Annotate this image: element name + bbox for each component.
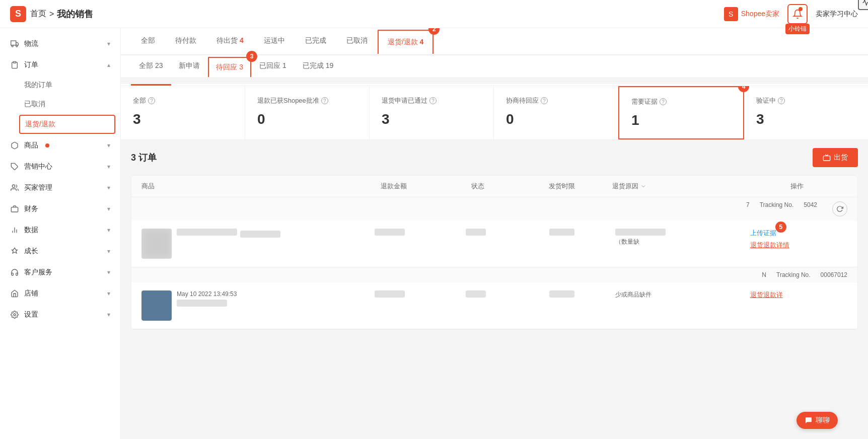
gear-icon	[10, 310, 19, 319]
refund-details-link-2[interactable]: 退货退款详	[750, 290, 783, 300]
sidebar-item-growth[interactable]: 成长 ▾	[0, 241, 120, 262]
breadcrumb: 首页 > 我的销售	[30, 8, 93, 20]
sidebar-item-data-inner: 数据	[10, 226, 38, 235]
page-title: 我的销售	[57, 8, 93, 20]
sidebar-item-orders[interactable]: 订单 ▴	[0, 54, 120, 76]
svg-rect-7	[11, 207, 18, 212]
row1-status	[443, 229, 508, 236]
table-row: N Tracking No. 00067012 May 10 2022 13:4…	[131, 267, 857, 329]
orders-table: 商品 退款金额 状态 发货时限 退货原因 操作 7 Tracking No. 5…	[131, 175, 858, 330]
sidebar-settings-label: 设置	[24, 310, 38, 319]
row1-refund-amount	[341, 229, 438, 236]
refund-details-link-1[interactable]: 退货退款详情	[750, 241, 789, 250]
header-right: S Shopee卖家 小铃锚 卖家学习中心	[724, 4, 858, 24]
status-card-return-approved: 退货申请已通过 ? 3	[370, 86, 494, 139]
sidebar-item-products[interactable]: 商品 ▾	[0, 135, 120, 156]
learning-center-link[interactable]: 卖家学习中心	[816, 10, 858, 19]
tab-all[interactable]: 全部	[131, 28, 165, 54]
subtab-all[interactable]: 全部 23	[131, 55, 171, 78]
sidebar-orders-label: 订单	[24, 60, 38, 69]
tab-refund[interactable]: 退货/退款 4 2	[378, 30, 434, 54]
sidebar-cs-label: 客户服务	[24, 268, 52, 277]
tab-pending-payment[interactable]: 待付款	[165, 28, 206, 54]
sidebar-item-data[interactable]: 数据 ▾	[0, 220, 120, 241]
chevron-down-icon: ▾	[107, 227, 110, 234]
chevron-down-icon: ▾	[107, 205, 110, 212]
sidebar-item-logistics[interactable]: 物流 ▾	[0, 33, 120, 54]
sidebar-item-marketing[interactable]: 营销中心 ▾	[0, 156, 120, 177]
header-left: S 首页 > 我的销售	[10, 6, 93, 22]
info-icon-verify[interactable]: ?	[778, 97, 785, 104]
sidebar-item-settings[interactable]: 设置 ▾	[0, 304, 120, 325]
status-card-verifying: 验证中 ? 3	[744, 86, 868, 139]
products-notification-dot	[45, 143, 49, 148]
subtab-done[interactable]: 已完成 19	[295, 55, 341, 78]
chart-icon	[10, 226, 19, 235]
row2-reason: 少或商品缺件	[615, 290, 745, 299]
status-verify-value: 3	[756, 111, 856, 127]
sidebar-item-cancelled[interactable]: 已取消	[0, 95, 120, 114]
col-header-shipping: 发货时限	[511, 182, 612, 191]
svg-point-3	[16, 45, 18, 47]
row2-product-area: May 10 2022 13:49:53	[141, 290, 336, 321]
sidebar-item-refund[interactable]: 退货/退款	[19, 115, 115, 134]
export-button[interactable]: 出货	[813, 148, 858, 167]
svg-rect-0	[11, 41, 16, 45]
sidebar-item-my-orders[interactable]: 我的订单	[0, 76, 120, 95]
export-button-label: 出货	[834, 153, 848, 162]
sidebar-growth-label: 成长	[24, 247, 38, 256]
tab-cancelled[interactable]: 已取消	[336, 28, 378, 54]
main-layout: 物流 ▾ 订单 ▴ 我的订单 已取消 退货/退款 商	[0, 28, 868, 439]
sidebar-item-growth-inner: 成长	[10, 247, 38, 256]
refresh-button[interactable]	[832, 201, 847, 216]
info-icon-return[interactable]: ?	[429, 97, 437, 104]
chat-button[interactable]: 聊聊	[797, 412, 838, 429]
content-area: 全部 待付款 待出货 4 运送中 已完成 已取消 退货/退款 4 2 全部 23…	[121, 28, 868, 439]
sidebar-item-products-inner: 商品	[10, 141, 49, 150]
subtab-replied[interactable]: 已回应 1	[251, 55, 295, 78]
chevron-down-icon: ▾	[107, 248, 110, 255]
col-header-product: 商品	[141, 182, 343, 191]
status-shopee-value: 0	[257, 111, 357, 127]
subtab-pending-reply[interactable]: 待回应 3 3	[208, 57, 251, 77]
svg-rect-4	[13, 61, 16, 63]
sidebar-item-store[interactable]: 店铺 ▾	[0, 283, 120, 304]
info-icon-negotiation[interactable]: ?	[541, 97, 548, 104]
sidebar-item-settings-inner: 设置	[10, 310, 38, 319]
row2-reason-text: 少或商品缺件	[615, 290, 652, 299]
sidebar-item-buyer-inner: 买家管理	[10, 183, 52, 192]
sidebar-data-label: 数据	[24, 226, 38, 235]
status-proof-value: 1	[631, 112, 731, 128]
sidebar-finance-label: 财务	[24, 204, 38, 213]
sidebar-item-customer-service[interactable]: 客户服务 ▾	[0, 262, 120, 283]
seller-label: Shopee卖家	[741, 10, 779, 19]
home-link[interactable]: 首页	[30, 9, 46, 19]
shopee-logo-icon: S	[10, 6, 26, 22]
info-icon-shopee[interactable]: ?	[321, 97, 328, 104]
chevron-down-icon: ▾	[107, 142, 110, 149]
upload-evidence-link[interactable]: 上传证据 5	[750, 229, 776, 238]
box-icon	[10, 141, 19, 150]
svg-point-2	[12, 45, 13, 47]
status-card-needs-proof: 需要证据 ? 1 4	[618, 86, 744, 139]
row1-tracking-prefix: 7	[746, 201, 750, 216]
tab-shipping[interactable]: 运送中	[254, 28, 295, 54]
sidebar-item-buyer-mgmt[interactable]: 买家管理 ▾	[0, 177, 120, 198]
chevron-down-icon: ▾	[107, 269, 110, 276]
subtab-new[interactable]: 新申请	[171, 55, 208, 78]
sidebar-item-finance[interactable]: 财务 ▾	[0, 198, 120, 220]
notification-dot	[799, 7, 803, 11]
sidebar-buyer-label: 买家管理	[24, 183, 52, 192]
row2-product-image	[141, 290, 172, 321]
tab-completed[interactable]: 已完成	[295, 28, 336, 54]
info-icon-all[interactable]: ?	[148, 97, 155, 104]
bell-tooltip-label: 小铃锚	[785, 24, 810, 34]
badge-5: 5	[775, 222, 786, 233]
tab-pending-shipment[interactable]: 待出货 4	[206, 28, 254, 54]
row1-shipping-limit	[513, 229, 610, 236]
info-icon-proof[interactable]: ?	[660, 98, 667, 105]
sidebar-item-orders-inner: 订单	[10, 60, 38, 69]
bell-button[interactable]: 小铃锚	[787, 4, 808, 24]
chevron-down-icon: ▾	[107, 184, 110, 191]
orders-submenu: 我的订单 已取消 退货/退款	[0, 76, 120, 134]
